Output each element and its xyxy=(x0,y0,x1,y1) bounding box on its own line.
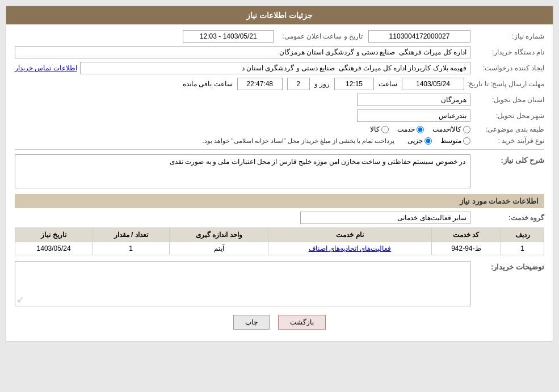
namDastgah-label: نام دستگاه خریدار: xyxy=(470,48,544,56)
mohlat-remaining-label: ساعت باقی مانده xyxy=(183,80,233,88)
tabaqe-khedmat-label: خدمت xyxy=(397,125,415,133)
col-kod: کد خدمت xyxy=(431,228,501,242)
noeFarayand-jozyi-label: جزیی xyxy=(407,137,423,145)
ijadKarand-label: ایجاد کننده درخواست: xyxy=(470,64,544,72)
shomareNiaz-input[interactable] xyxy=(368,30,470,43)
col-vahed: واحد اندازه گیری xyxy=(170,228,268,242)
tabaqe-label: طبقه بندی موضوعی: xyxy=(470,125,544,133)
noeFarayand-motavasset[interactable]: متوسط xyxy=(440,137,470,145)
buttons-row: بازگشت چاپ xyxy=(15,315,544,330)
tabaqe-kala[interactable]: کالا xyxy=(370,125,389,133)
groheKhadamat-label: گروه خدمت: xyxy=(470,214,544,222)
cell-nam[interactable]: فعالیت‌های اتحادیه‌های اصناف xyxy=(268,242,431,255)
mohlat-roz-label: روز و xyxy=(314,80,330,88)
mohlat-remaining-input[interactable] xyxy=(237,78,283,90)
table-row: 1 ط-94-942 فعالیت‌های اتحادیه‌های اصناف … xyxy=(15,242,544,255)
ijadKarand-input[interactable] xyxy=(80,62,470,74)
mohlat-date-input[interactable] xyxy=(402,78,464,90)
khadamat-section-title: اطلاعات خدمات مورد نیاز xyxy=(15,194,544,208)
tawzih-label: توضیحات خریدار: xyxy=(470,261,544,271)
cell-vahed: آیتم xyxy=(170,242,268,255)
mohlat-roz-input[interactable] xyxy=(287,78,310,90)
col-radif: ردیف xyxy=(501,228,544,242)
noeFarayand-jozyi[interactable]: جزیی xyxy=(407,137,432,145)
sharh-value: در خصوص سیستم حفاظتی و ساخت مخازن امن مو… xyxy=(15,154,470,188)
tawzih-box: ↙ xyxy=(15,261,470,306)
contact-link[interactable]: اطلاعات تماس خریدار xyxy=(15,64,77,72)
shomareNiaz-label: شماره نیاز: xyxy=(470,32,544,40)
namDastgah-input[interactable] xyxy=(15,46,470,58)
bazgasht-button[interactable]: بازگشت xyxy=(278,315,326,330)
services-table: ردیف کد خدمت نام خدمت واحد اندازه گیری ت… xyxy=(15,227,544,255)
noeFarayand-label: نوع فرآیند خرید : xyxy=(470,137,544,145)
col-tedad: تعداد / مقدار xyxy=(93,228,170,242)
tabaqe-kala-khedmat[interactable]: کالا/خدمت xyxy=(432,125,470,133)
tabaqe-kala-label: کالا xyxy=(370,125,380,133)
groheKhadamat-input[interactable] xyxy=(300,212,470,224)
mohlatErsalPasokh-label: مهلت ارسال پاسخ: تا تاریخ: xyxy=(464,80,544,88)
tabaqe-khedmat[interactable]: خدمت xyxy=(397,125,424,133)
cell-tedad: 1 xyxy=(93,242,170,255)
cell-radif: 1 xyxy=(501,242,544,255)
mohlat-saat-label: ساعت xyxy=(379,80,397,88)
ostan-input[interactable] xyxy=(357,94,470,106)
col-tarikh: تاریخ نیاز xyxy=(15,228,93,242)
divider1 xyxy=(15,149,544,150)
col-nam: نام خدمت xyxy=(268,228,431,242)
cell-kod: ط-94-942 xyxy=(431,242,501,255)
chap-button[interactable]: چاپ xyxy=(233,315,270,330)
noeFarayand-note: پرداخت تمام یا بخشی از مبلغ خریداز محل "… xyxy=(202,137,394,145)
tabaqe-kala-khedmat-label: کالا/خدمت xyxy=(432,125,461,133)
tarikheElan-input[interactable] xyxy=(183,30,274,43)
noeFarayand-motavasset-label: متوسط xyxy=(440,137,461,145)
sharh-label: شرح کلی نیاز: xyxy=(470,154,544,165)
ostan-label: استان محل تحویل: xyxy=(470,96,544,104)
shahr-input[interactable] xyxy=(357,109,470,122)
shahr-label: شهر محل تحویل: xyxy=(470,112,544,120)
tarikheElan-label: تاریخ و ساعت اعلان عمومی: xyxy=(279,32,363,40)
cell-tarikh: 1403/05/24 xyxy=(15,242,93,255)
mohlat-saat-input[interactable] xyxy=(334,78,374,90)
panel-title: جزئیات اطلاعات نیاز xyxy=(6,6,553,24)
